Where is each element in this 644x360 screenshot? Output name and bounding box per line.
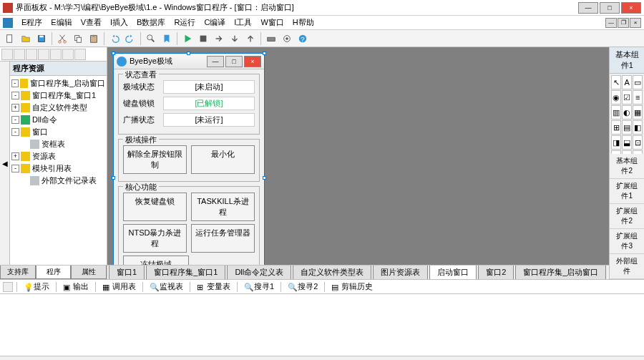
bottom-tab[interactable]: ▣输出 (60, 281, 92, 292)
component-category[interactable]: 外部组件 (610, 254, 644, 279)
menu-item[interactable]: V查看 (77, 16, 106, 28)
tree-toggle[interactable]: - (11, 79, 19, 87)
left-tb-6[interactable] (62, 49, 74, 60)
editor-tab[interactable]: 窗口2 (478, 265, 514, 279)
action-button[interactable]: 解除全屏按钮限制 (123, 145, 187, 174)
left-vertical-tab[interactable]: ◀ (0, 62, 10, 265)
tree-toggle[interactable]: - (11, 165, 19, 172)
palette-item[interactable]: ↖ (611, 75, 621, 89)
paste-button[interactable] (87, 31, 101, 46)
help-button[interactable]: ? (296, 31, 310, 46)
menu-item[interactable]: I工具 (230, 16, 256, 28)
left-tab[interactable]: 属性 (71, 266, 107, 279)
left-tb-3[interactable] (26, 49, 37, 60)
maximize-button[interactable]: □ (600, 2, 620, 14)
palette-item[interactable]: ⊞ (611, 120, 621, 135)
output-area[interactable] (0, 294, 644, 356)
minimize-button[interactable]: — (578, 2, 598, 14)
palette-item[interactable]: ▤ (622, 120, 632, 135)
menu-item[interactable]: W窗口 (256, 16, 288, 28)
tree-item[interactable]: +资源表 (11, 150, 105, 162)
tree-toggle[interactable]: + (11, 152, 19, 160)
action-button[interactable]: 运行任务管理器 (191, 224, 255, 253)
open-button[interactable] (19, 31, 33, 46)
mdi-restore-button[interactable]: ❐ (618, 18, 629, 28)
bottom-tab[interactable]: 🔍搜寻2 (285, 281, 321, 292)
editor-tab[interactable]: Dll命令定义表 (227, 265, 291, 279)
left-tb-4[interactable] (38, 49, 49, 60)
action-button[interactable]: NTSD暴力杀进程 (123, 224, 187, 253)
left-tb-7[interactable] (74, 49, 86, 60)
menu-item[interactable]: I插入 (106, 16, 132, 28)
component-category[interactable]: 扩展组件3 (610, 229, 644, 254)
bottom-collapse-button[interactable] (3, 282, 13, 292)
mdi-minimize-button[interactable]: — (605, 18, 617, 28)
palette-item[interactable]: ◉ (611, 90, 621, 104)
action-button[interactable]: TASKKILL杀进程 (191, 193, 255, 221)
tree-item[interactable]: -窗口 (11, 126, 105, 138)
step-button[interactable] (212, 31, 226, 46)
editor-tab[interactable]: 窗口程序集_窗口1 (146, 265, 225, 279)
compile-button[interactable] (264, 31, 278, 46)
cut-button[interactable] (55, 31, 69, 46)
palette-item[interactable]: ▦ (633, 105, 643, 120)
left-tab[interactable]: 程序 (36, 266, 72, 279)
component-category[interactable]: 基本组件2 (610, 154, 644, 179)
editor-tab[interactable]: 自定义软件类型表 (293, 265, 371, 279)
menu-item[interactable]: R运行 (170, 16, 200, 28)
tree-toggle[interactable]: - (11, 92, 19, 99)
stop-button[interactable] (196, 31, 210, 46)
tree-item[interactable]: 资框表 (11, 138, 105, 150)
menu-item[interactable]: E程序 (17, 16, 47, 28)
palette-item[interactable]: ⬓ (622, 135, 632, 150)
new-button[interactable] (3, 31, 17, 46)
left-tb-5[interactable] (50, 49, 62, 60)
editor-tab[interactable]: 窗口程序集_启动窗口 (515, 265, 606, 279)
palette-item[interactable]: ≡ (633, 90, 643, 104)
project-tree[interactable]: -窗口程序集_启动窗口-窗口程序集_窗口1+自定义软件类型-Dll命令-窗口资框… (10, 76, 107, 265)
close-button[interactable]: × (621, 2, 641, 14)
editor-tab[interactable]: 窗口1 (109, 265, 145, 279)
copy-button[interactable] (71, 31, 85, 46)
design-canvas[interactable]: ByeBye极域 — □ × 状态查看 极域状态[未启动]键盘锁锁[已解锁]广播… (107, 47, 609, 265)
step-into-button[interactable] (228, 31, 242, 46)
menu-item[interactable]: B数据库 (132, 16, 170, 28)
left-tb-2[interactable] (14, 49, 25, 60)
component-tab-top[interactable]: 基本组件1 (610, 47, 644, 74)
tree-item[interactable]: -窗口程序集_启动窗口 (11, 77, 105, 89)
menu-item[interactable]: C编译 (200, 16, 230, 28)
bottom-tab[interactable]: ▦调用表 (99, 281, 139, 292)
left-tab[interactable]: 支持库 (0, 266, 36, 279)
config-button[interactable] (280, 31, 294, 46)
form-designer[interactable]: ByeBye极域 — □ × 状态查看 极域状态[未启动]键盘锁锁[已解锁]广播… (113, 53, 265, 265)
palette-item[interactable]: ◐ (622, 105, 632, 120)
action-button[interactable]: 恢复键盘锁 (123, 193, 187, 221)
form-minimize-button[interactable]: — (207, 56, 224, 67)
action-button[interactable]: 最小化 (191, 145, 255, 174)
form-maximize-button[interactable]: □ (225, 56, 243, 67)
run-button[interactable] (180, 31, 195, 46)
palette-item[interactable]: ◧ (633, 120, 643, 135)
mdi-close-button[interactable]: × (630, 18, 641, 28)
tree-toggle[interactable]: - (11, 128, 19, 136)
bottom-tab[interactable]: 🔍搜寻1 (241, 281, 277, 292)
palette-item[interactable]: ◨ (611, 135, 621, 150)
palette-item[interactable]: ▥ (611, 105, 621, 120)
step-out-button[interactable] (243, 31, 258, 46)
component-category[interactable]: 扩展组件2 (610, 204, 644, 229)
save-button[interactable] (34, 31, 49, 46)
bottom-tab[interactable]: ⊞变量表 (194, 281, 233, 292)
bottom-tab[interactable]: 💡提示 (21, 281, 52, 292)
tree-item[interactable]: -Dll命令 (11, 114, 105, 126)
tree-item[interactable]: -窗口程序集_窗口1 (11, 89, 105, 102)
palette-item[interactable]: A (622, 75, 632, 89)
redo-button[interactable] (123, 31, 137, 46)
palette-item[interactable]: ☑ (622, 90, 632, 104)
palette-item[interactable]: ▭ (633, 75, 643, 89)
bottom-tab[interactable]: ▤剪辑历史 (328, 281, 376, 292)
find-button[interactable] (144, 31, 158, 46)
menu-item[interactable]: E编辑 (47, 16, 76, 28)
tree-item[interactable]: +自定义软件类型 (11, 102, 105, 114)
tree-item[interactable]: -模块引用表 (11, 162, 105, 175)
component-category[interactable]: 扩展组件1 (610, 179, 644, 204)
